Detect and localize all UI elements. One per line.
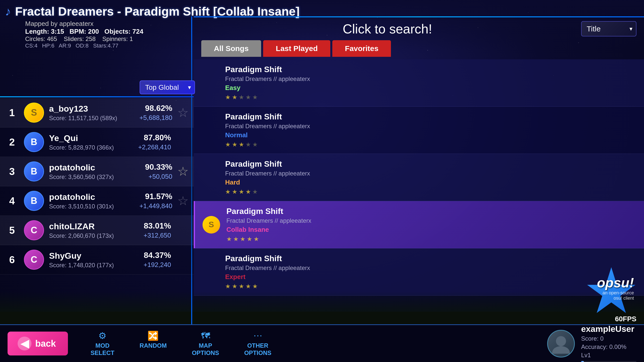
diff-star-icon: ★ xyxy=(232,141,237,148)
diff-mapper: Fractal Dreamers // appleeaterx xyxy=(226,217,636,224)
lb-score-detail: Score: 11,517,150 (589x) xyxy=(49,115,122,122)
lb-rank: 2 xyxy=(5,137,19,148)
opsu-name: opsu! xyxy=(597,275,634,290)
random-icon: 🔀 xyxy=(147,331,159,341)
diff-stars: ★★★★★ xyxy=(225,94,636,101)
difficulty-entry[interactable]: Paradigm Shift Fractal Dreamers // apple… xyxy=(194,154,644,201)
user-avatar[interactable] xyxy=(547,330,575,357)
music-icon: ♪ xyxy=(5,5,11,18)
lb-rank: 5 xyxy=(5,225,19,236)
diff-stars: ★★★★★ xyxy=(225,141,636,148)
lb-pp: +5,688,180 xyxy=(122,114,172,122)
title-dropdown-wrapper[interactable]: Title ▼ xyxy=(581,21,636,36)
diff-star-icon: ★ xyxy=(252,141,258,148)
lb-grade: C xyxy=(24,220,44,240)
diff-name: Expert xyxy=(225,273,636,281)
leaderboard-entry[interactable]: 2 B Ye_Qui Score: 5,828,970 (366x) 87.80… xyxy=(0,127,194,157)
diff-name: Hard xyxy=(225,178,636,186)
lb-accuracy-block: 90.33% +50,050 xyxy=(122,162,172,180)
map-options-button[interactable]: 🗺 MAPOPTIONS xyxy=(187,328,224,359)
diff-star-icon: ★ xyxy=(239,188,244,195)
title-dropdown[interactable]: Title xyxy=(581,21,636,36)
mod-select-button[interactable]: ⚙ MODSELECT xyxy=(86,328,119,359)
diff-info: Paradigm Shift Fractal Dreamers // apple… xyxy=(226,207,636,243)
difficulty-entry[interactable]: S Paradigm Shift Fractal Dreamers // app… xyxy=(194,201,644,248)
lb-username: potatoholic xyxy=(49,192,122,202)
lb-star-icon[interactable]: ☆ xyxy=(177,164,189,179)
lb-grade: B xyxy=(24,161,44,182)
svg-point-1 xyxy=(552,346,570,354)
leaderboard-entry[interactable]: 1 S a_boy123 Score: 11,517,150 (589x) 98… xyxy=(0,98,194,127)
diff-name: Collab Insane xyxy=(226,226,636,234)
lb-info: Ye_Qui Score: 5,828,970 (366x) xyxy=(49,133,121,151)
lb-pp: +192,240 xyxy=(121,261,171,269)
lb-username: ShyGuy xyxy=(49,251,121,261)
lb-info: potatoholic Score: 3,560,560 (327x) xyxy=(49,163,122,180)
lb-accuracy-block: 91.57% +1,449,840 xyxy=(122,192,172,210)
lb-info: potatoholic Score: 3,510,510 (301x) xyxy=(49,192,122,210)
other-options-button[interactable]: ⋯ OTHEROPTIONS xyxy=(239,328,276,359)
lb-star-icon[interactable]: ☆ xyxy=(177,194,189,208)
lb-separator-line xyxy=(0,96,194,97)
diff-title: Paradigm Shift xyxy=(225,254,636,263)
diff-mapper: Fractal Dreamers // appleeaterx xyxy=(225,170,636,177)
diff-info: Paradigm Shift Fractal Dreamers // apple… xyxy=(225,112,636,148)
tab-last-played[interactable]: Last Played xyxy=(263,40,330,57)
lb-pp: +312,650 xyxy=(121,232,171,239)
lb-accuracy-block: 98.62% +5,688,180 xyxy=(122,104,172,122)
opsu-star-container: opsu! an open-source osu! client xyxy=(581,267,636,318)
diff-star-icon: ★ xyxy=(240,236,246,243)
lb-info: a_boy123 Score: 11,517,150 (589x) xyxy=(49,104,122,122)
diff-star-icon: ★ xyxy=(239,283,244,290)
lb-pp: +50,050 xyxy=(122,173,172,180)
tab-favorites[interactable]: Favorites xyxy=(332,40,391,57)
map-options-label: MAPOPTIONS xyxy=(192,342,219,357)
opsu-subtitle2: osu! client xyxy=(597,296,634,301)
diff-star-icon: ★ xyxy=(252,94,258,101)
leaderboard-dropdown[interactable]: Top Global xyxy=(140,80,195,94)
difficulty-list: Paradigm Shift Fractal Dreamers // apple… xyxy=(194,59,644,324)
diff-star-icon: ★ xyxy=(225,141,231,148)
leaderboard-entry[interactable]: 4 B potatoholic Score: 3,510,510 (301x) … xyxy=(0,186,194,216)
back-button[interactable]: ◀ back xyxy=(8,332,68,355)
mod-select-label: MODSELECT xyxy=(91,342,114,357)
search-click-text[interactable]: Click to search! xyxy=(201,21,574,36)
other-options-icon: ⋯ xyxy=(253,331,262,341)
lb-grade: S xyxy=(24,103,44,123)
user-progress-fill xyxy=(581,361,584,362)
diff-info: Paradigm Shift Fractal Dreamers // apple… xyxy=(225,159,636,195)
lb-acc-pct: 98.62% xyxy=(122,104,172,113)
svg-point-0 xyxy=(556,336,566,346)
lb-score-detail: Score: 5,828,970 (366x) xyxy=(49,144,121,151)
diff-star-icon: ★ xyxy=(254,236,259,243)
diff-name: Normal xyxy=(225,131,636,139)
diff-title: Paradigm Shift xyxy=(225,65,636,74)
lb-info: ShyGuy Score: 1,748,020 (177x) xyxy=(49,251,121,269)
leaderboard-entry[interactable]: 5 C chitoLIZAR Score: 2,060,670 (173x) 8… xyxy=(0,216,194,245)
username: exampleUser xyxy=(581,324,636,334)
leaderboard-entry[interactable]: 6 C ShyGuy Score: 1,748,020 (177x) 84.37… xyxy=(0,245,194,275)
diff-star-icon: ★ xyxy=(225,283,231,290)
diff-star-icon: ★ xyxy=(246,188,251,195)
leaderboard-entry[interactable]: 3 B potatoholic Score: 3,560,560 (327x) … xyxy=(0,157,194,186)
tab-all-songs[interactable]: All Songs xyxy=(201,40,261,57)
song-panel: Click to search! Title ▼ All Songs Last … xyxy=(194,16,644,324)
lb-accuracy-block: 84.37% +192,240 xyxy=(121,251,171,269)
difficulty-entry[interactable]: Paradigm Shift Fractal Dreamers // apple… xyxy=(194,107,644,154)
diff-star-icon: ★ xyxy=(252,188,258,195)
diff-info: Paradigm Shift Fractal Dreamers // apple… xyxy=(225,254,636,290)
random-button[interactable]: 🔀 RANDOM xyxy=(135,328,172,359)
difficulty-entry[interactable]: Paradigm Shift Fractal Dreamers // apple… xyxy=(194,248,644,296)
leaderboard-dropdown-container[interactable]: Top Global ▼ xyxy=(140,80,195,94)
lb-star-icon[interactable]: ☆ xyxy=(177,105,189,120)
lb-rank: 6 xyxy=(5,254,19,265)
lb-acc-pct: 83.01% xyxy=(121,221,171,231)
tab-buttons: All Songs Last Played Favorites xyxy=(194,40,644,59)
difficulty-entry[interactable]: Paradigm Shift Fractal Dreamers // apple… xyxy=(194,59,644,107)
lb-username: a_boy123 xyxy=(49,104,122,114)
diff-star-icon: ★ xyxy=(232,188,237,195)
back-label: back xyxy=(35,338,56,349)
lb-acc-pct: 84.37% xyxy=(121,251,171,260)
leaderboard-list: 1 S a_boy123 Score: 11,517,150 (589x) 98… xyxy=(0,98,194,275)
user-avatar-area: exampleUser Score: 0 Accuracy: 0.00% Lv1 xyxy=(547,324,636,362)
